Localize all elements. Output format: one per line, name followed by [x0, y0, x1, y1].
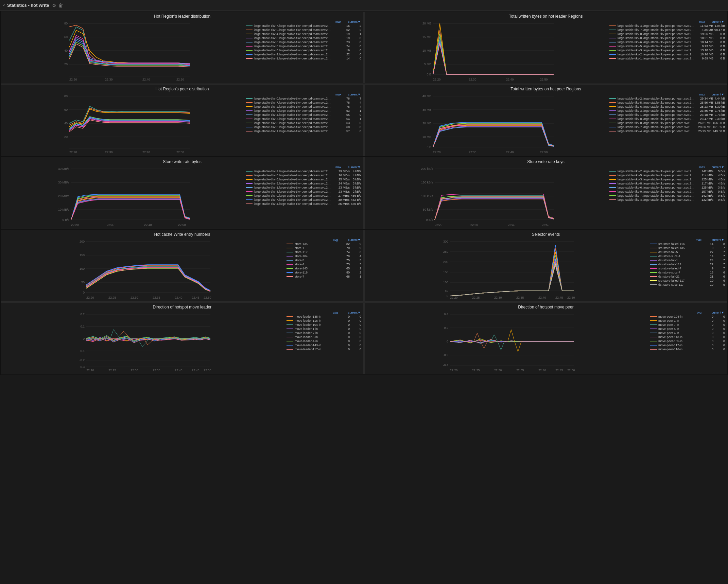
panel-title-hot-region-peer: Hot Region's peer distribution [3, 87, 361, 91]
legend-row: move-leader-4-in00 [287, 339, 361, 343]
legend-current-value: 0 [715, 335, 725, 339]
legend-label: store-143 [295, 267, 331, 270]
svg-text:22:40: 22:40 [144, 223, 152, 227]
legend-max-value: 76 [333, 97, 350, 100]
legend-row: large-stable-tikv-3.large-stable-tikv-pe… [246, 49, 361, 52]
legend-row: dst-store-fail-117227 [650, 263, 725, 266]
svg-text:22:35: 22:35 [153, 296, 160, 299]
panel-title-store-write-bytes: Store write rate bytes [3, 159, 361, 164]
legend-current-value: 0 B [715, 32, 725, 36]
chart-total-written-peer: 40 MB 30 MB 20 MB 10 MB 0 B 22:20 22:30 … [367, 93, 608, 154]
legend-row: move-peer-117-in00 [650, 343, 725, 347]
svg-text:22:35: 22:35 [153, 369, 160, 372]
trash-icon[interactable]: 🗑 [58, 3, 63, 8]
legend-label: large-stable-tikv-3.large-stable-tikv-pe… [254, 182, 331, 185]
legend-label: large-stable-tikv-8.large-stable-tikv-pe… [618, 182, 695, 185]
legend-max-value: 23 MB/s [333, 190, 350, 193]
legend-max-value: 25.95 MB [694, 129, 711, 133]
legend-row: large-stable-tikv-2.large-stable-tikv-pe… [609, 53, 725, 56]
legend-row: large-stable-tikv-4.large-stable-tikv-pe… [246, 32, 361, 36]
legend-max-value: 23.47 MB [696, 117, 713, 121]
legend-color-swatch [609, 25, 616, 26]
svg-text:22:20: 22:20 [86, 369, 94, 372]
legend-label: dst-store-succ-4 [658, 254, 695, 258]
svg-text:22:20: 22:20 [450, 369, 458, 372]
legend-current-value: 0 [351, 113, 361, 117]
svg-text:0: 0 [83, 291, 85, 294]
svg-text:22:30: 22:30 [105, 78, 113, 81]
legend-color-swatch [246, 203, 253, 204]
legend-row: src-store-failed-797 [650, 267, 725, 270]
svg-text:20: 20 [64, 135, 68, 139]
legend-row: large-stable-tikv-5.large-stable-tikv-pe… [246, 125, 361, 129]
legend-label: dst-store-succ-7 [658, 271, 695, 274]
legend-label: large-stable-tikv-2.large-stable-tikv-pe… [254, 53, 331, 56]
svg-text:0.2: 0.2 [444, 326, 448, 330]
page-title: Statistics - hot write [7, 3, 49, 8]
legend-max-value: 0 [333, 323, 350, 326]
legend-color-swatch [650, 276, 657, 277]
legend-row: dst-store-fail-5277 [650, 250, 725, 254]
legend-max-value: 0 [696, 343, 713, 347]
legend-max-value: 19 [333, 32, 350, 36]
svg-text:200: 200 [80, 240, 85, 243]
legend-label: large-stable-tikv-7.large-stable-tikv-pe… [254, 24, 331, 28]
legend-current-value: 2 [351, 267, 361, 270]
legend-color-swatch [650, 345, 657, 346]
legend-row: store-116802 [287, 271, 361, 274]
legend-label: large-stable-tikv-0.large-stable-tikv-pe… [618, 32, 695, 36]
svg-text:22:50: 22:50 [176, 151, 184, 154]
chart-store-write-bytes: 40 MB/s 30 MB/s 20 MB/s 10 MB/s 0 B/s 22… [3, 165, 244, 227]
svg-text:22:35: 22:35 [516, 296, 524, 299]
legend-current-value: 2 [351, 24, 361, 28]
legend-current-value: 0 [351, 323, 361, 326]
chart-hot-region-leader: 80 60 40 20 22:20 22:30 22:40 22:50 [3, 20, 244, 81]
legend-current-value: 4 kB/s [351, 174, 361, 177]
svg-text:100 kB/s: 100 kB/s [421, 194, 433, 198]
legend-color-swatch [287, 345, 293, 346]
svg-text:22:50: 22:50 [178, 223, 186, 227]
legend-current-value: 1 [351, 109, 361, 112]
legend-label: large-stable-tikv-3.large-stable-tikv-pe… [254, 117, 331, 121]
legend-current-value: 8 [715, 242, 725, 246]
chart-store-write-keys: 200 kB/s 150 kB/s 100 kB/s 50 kB/s 0 B/s… [367, 165, 608, 227]
legend-label: large-stable-tikv-5.large-stable-tikv-pe… [618, 174, 695, 177]
settings-icon[interactable]: ⚙ [52, 3, 56, 8]
svg-text:150: 150 [443, 270, 448, 274]
legend-label: large-stable-tikv-1.large-stable-tikv-pe… [254, 57, 331, 60]
svg-text:0 B/s: 0 B/s [426, 218, 433, 222]
legend-current-value: 0 [351, 36, 361, 40]
chart-hot-region-peer: 80 60 40 20 22:20 22:30 22:40 22:50 [3, 93, 244, 154]
legend-label: large-stable-tikv-6.large-stable-tikv-pe… [254, 109, 331, 112]
legend-max-value: 14 [696, 242, 713, 246]
legend-row: large-stable-tikv-7.large-stable-tikv-pe… [246, 24, 361, 28]
legend-label: large-stable-tikv-6.large-stable-tikv-pe… [254, 40, 331, 44]
panel-total-written-leader: Total written bytes on hot leader Region… [364, 12, 727, 84]
legend-label: large-stable-tikv-0.large-stable-tikv-pe… [254, 28, 331, 32]
legend-color-swatch [609, 171, 616, 172]
legend-color-swatch [609, 114, 616, 115]
legend-color-swatch [650, 252, 657, 252]
legend-label: large-stable-tikv-4.large-stable-tikv-pe… [618, 129, 693, 133]
legend-row: move-peer-116-in00 [650, 348, 725, 351]
svg-text:20 MB: 20 MB [422, 122, 431, 125]
legend-row: large-stable-tikv-3.large-stable-tikv-pe… [246, 117, 361, 121]
legend-color-swatch [609, 46, 616, 47]
legend-color-swatch [246, 179, 253, 180]
legend-current-value: 7 [715, 250, 725, 254]
legend-current-value: 0 [715, 315, 725, 318]
legend-row: move-leader-135-in00 [287, 315, 361, 318]
legend-label: large-stable-tikv-5.large-stable-tikv-pe… [254, 125, 331, 129]
legend-label: large-stable-tikv-2.large-stable-tikv-pe… [618, 53, 695, 56]
legend-color-swatch [609, 54, 616, 55]
legend-current-value: 0 [351, 53, 361, 56]
legend-color-swatch [650, 244, 657, 244]
legend-color-swatch [650, 324, 657, 325]
svg-text:22:20: 22:20 [450, 296, 458, 299]
legend-max-value: 80 [333, 271, 350, 274]
svg-text:20: 20 [64, 63, 68, 66]
legend-color-swatch [246, 46, 253, 47]
legend-label: large-stable-tikv-5.large-stable-tikv-pe… [254, 45, 331, 48]
legend-max-value: 0 [333, 343, 350, 347]
legend-color-swatch [650, 256, 657, 256]
